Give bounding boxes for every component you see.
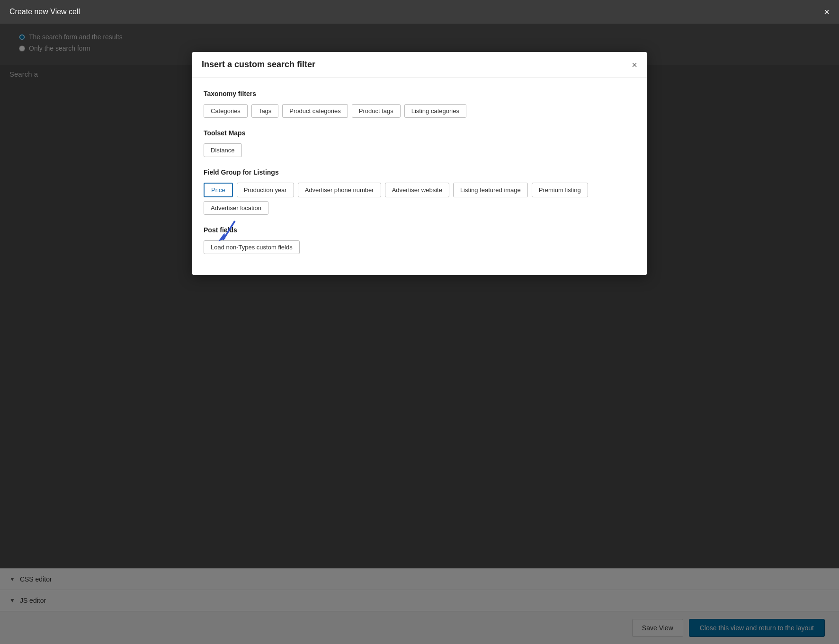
outer-window-title: Create new View cell [9, 8, 80, 16]
modal-close-button[interactable]: × [632, 60, 637, 70]
tag-product-categories[interactable]: Product categories [282, 104, 348, 118]
post-fields-section: Post fields Load non-Types custom fields [204, 226, 635, 254]
tag-categories[interactable]: Categories [204, 104, 248, 118]
tag-advertiser-phone[interactable]: Advertiser phone number [298, 183, 381, 197]
taxonomy-tags: Categories Tags Product categories Produ… [204, 104, 635, 118]
modal-title: Insert a custom search filter [202, 60, 315, 70]
svg-marker-1 [218, 233, 225, 241]
modal-overlay: Insert a custom search filter × Taxonomy… [0, 24, 839, 644]
tag-tags[interactable]: Tags [251, 104, 278, 118]
toolset-heading: Toolset Maps [204, 129, 635, 137]
tag-product-tags[interactable]: Product tags [352, 104, 401, 118]
tag-premium-listing[interactable]: Premium listing [532, 183, 588, 197]
outer-close-button[interactable]: × [824, 7, 830, 18]
tag-advertiser-website[interactable]: Advertiser website [385, 183, 449, 197]
tag-advertiser-location[interactable]: Advertiser location [204, 201, 268, 215]
tag-distance[interactable]: Distance [204, 143, 242, 157]
field-group-heading: Field Group for Listings [204, 168, 635, 176]
field-group-section: Field Group for Listings Price Productio… [204, 168, 635, 215]
modal-header: Insert a custom search filter × [192, 52, 647, 78]
taxonomy-heading: Taxonomy filters [204, 90, 635, 97]
tag-listing-featured-image[interactable]: Listing featured image [453, 183, 528, 197]
tag-price[interactable]: Price [204, 183, 233, 197]
modal-dialog: Insert a custom search filter × Taxonomy… [192, 52, 647, 275]
tag-listing-categories[interactable]: Listing categories [404, 104, 466, 118]
arrow-indicator-icon [216, 219, 240, 245]
toolset-maps-section: Toolset Maps Distance [204, 129, 635, 157]
modal-body[interactable]: Taxonomy filters Categories Tags Product… [192, 78, 647, 275]
post-fields-heading: Post fields [204, 226, 635, 234]
toolset-tags: Distance [204, 143, 635, 157]
post-fields-tags: Load non-Types custom fields [204, 240, 635, 254]
outer-window: Create new View cell × The search form a… [0, 0, 839, 644]
dark-content-area: The search form and the results Only the… [0, 24, 839, 644]
outer-title-bar: Create new View cell × [0, 0, 839, 24]
taxonomy-filters-section: Taxonomy filters Categories Tags Product… [204, 90, 635, 118]
field-group-tags: Price Production year Advertiser phone n… [204, 183, 635, 215]
tag-production-year[interactable]: Production year [237, 183, 294, 197]
